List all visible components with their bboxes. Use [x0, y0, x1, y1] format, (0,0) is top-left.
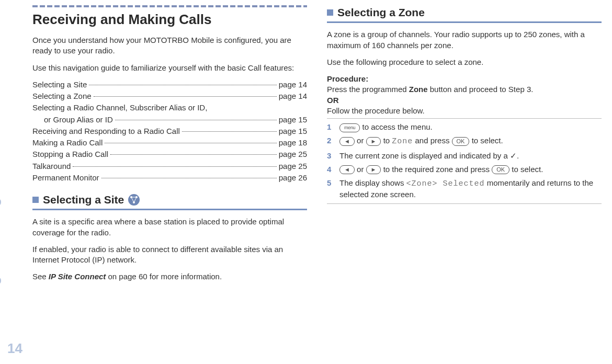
page-title: Receiving and Making Calls — [32, 10, 307, 29]
see-link-ip-site-connect[interactable]: IP Site Connect — [49, 272, 106, 281]
content-area: Receiving and Making Calls Once you unde… — [32, 5, 602, 289]
step-4: 4 ◄ or ► to the required zone and press … — [327, 164, 602, 175]
toc-leader — [101, 178, 277, 178]
zone-paragraph-2: Use the following procedure to select a … — [327, 57, 602, 67]
network-icon — [128, 194, 140, 206]
procedure-block: Procedure: Press the programmed Zone but… — [327, 74, 602, 116]
thin-rule — [327, 118, 602, 119]
see-suffix: on page 60 for more information. — [106, 272, 222, 281]
toc-entry-permanent-monitor[interactable]: Permanent Monitor page 26 — [32, 173, 307, 183]
left-key-icon: ◄ — [339, 137, 355, 146]
subheading-site-row: Selecting a Site — [32, 192, 307, 207]
section-square-icon — [327, 9, 333, 16]
toc-entry-making[interactable]: Making a Radio Call page 18 — [32, 138, 307, 148]
step-number: 3 — [327, 151, 334, 161]
toc-page: page 15 — [279, 126, 307, 136]
toc-leader — [115, 120, 277, 120]
toc-list: Selecting a Site page 14 Selecting a Zon… — [32, 79, 307, 183]
site-paragraph-1: A site is a specific area where a base s… — [32, 217, 307, 238]
toc-label: Talkaround — [32, 161, 71, 172]
procedure-or: OR — [327, 96, 339, 105]
procedure-line-2: Follow the procedure below. — [327, 106, 425, 115]
section-square-icon — [32, 197, 39, 203]
toc-page: page 25 — [279, 161, 307, 172]
toc-leader — [89, 85, 277, 85]
side-section-label: Receiving and Making Calls — [0, 162, 3, 340]
toc-entry-radio-channel[interactable]: Selecting a Radio Channel, Subscriber Al… — [32, 103, 307, 125]
step-body: menu to access the menu. — [339, 122, 602, 132]
right-key-icon: ► — [366, 137, 381, 146]
step-1-text: to access the menu. — [360, 122, 432, 131]
subheading-rule — [32, 209, 307, 210]
step-2-text-d: to select. — [469, 136, 503, 145]
right-key-icon: ► — [366, 165, 381, 174]
toc-label: Receiving and Responding to a Radio Call — [32, 126, 180, 136]
procedure-label: Procedure: — [327, 74, 368, 83]
toc-page: page 25 — [279, 149, 307, 160]
step-3-text-a: The current zone is displayed and indica… — [339, 151, 510, 160]
procedure-line-1a: Press the programmed — [327, 85, 409, 94]
step-number: 5 — [327, 178, 334, 188]
step-2-text-c: and press — [413, 136, 451, 145]
right-column: Selecting a Zone A zone is a group of ch… — [327, 5, 602, 289]
left-column: Receiving and Making Calls Once you unde… — [32, 5, 307, 289]
step-body: The current zone is displayed and indica… — [339, 151, 602, 161]
procedure-steps: 1 menu to access the menu. 2 ◄ or ► to Z… — [327, 122, 602, 200]
toc-page: page 15 — [279, 115, 307, 125]
step-2-zone-mono: Zone — [392, 137, 413, 146]
toc-page: page 26 — [279, 173, 307, 183]
intro-paragraph-1: Once you understand how your MOTOTRBO Mo… — [32, 35, 307, 56]
step-2-text-b: to — [381, 136, 392, 145]
left-key-icon: ◄ — [339, 165, 355, 174]
step-4-text-a: or — [355, 165, 366, 174]
intro-paragraph-2: Use this navigation guide to familiarize… — [32, 63, 307, 73]
toc-entry-receiving[interactable]: Receiving and Responding to a Radio Call… — [32, 126, 307, 136]
ok-key-icon: OK — [452, 137, 470, 146]
step-body: ◄ or ► to Zone and press OK to select. — [339, 135, 602, 147]
step-3-text-b: . — [517, 151, 519, 160]
dotted-rule — [32, 5, 307, 7]
step-1: 1 menu to access the menu. — [327, 122, 602, 132]
ok-key-icon: OK — [492, 165, 509, 174]
step-3: 3 The current zone is displayed and indi… — [327, 151, 602, 161]
toc-label: Selecting a Zone — [32, 91, 92, 101]
checkmark-icon: ✓ — [510, 151, 517, 160]
toc-entry-talkaround[interactable]: Talkaround page 25 — [32, 161, 307, 172]
toc-label: Stopping a Radio Call — [32, 149, 108, 160]
toc-page: page 14 — [279, 79, 307, 90]
toc-entry-stopping[interactable]: Stopping a Radio Call page 25 — [32, 149, 307, 160]
toc-label: Making a Radio Call — [32, 138, 103, 148]
step-number: 2 — [327, 135, 334, 146]
site-paragraph-2: If enabled, your radio is able to connec… — [32, 244, 307, 266]
procedure-zone-button: Zone — [409, 85, 428, 94]
menu-key-icon: menu — [339, 123, 360, 132]
subheading-zone: Selecting a Zone — [337, 5, 425, 20]
toc-entry-zone[interactable]: Selecting a Zone page 14 — [32, 91, 307, 101]
step-body: ◄ or ► to the required zone and press OK… — [339, 164, 602, 175]
step-4-text-b: to the required zone and press — [381, 165, 492, 174]
toc-leader — [73, 166, 276, 167]
toc-label: Selecting a Site — [32, 79, 87, 90]
see-prefix: See — [32, 272, 49, 281]
toc-page: page 14 — [279, 91, 307, 101]
step-body: The display shows <Zone> Selected moment… — [339, 178, 602, 200]
toc-sub-label: or Group Alias or ID — [44, 115, 113, 125]
zone-paragraph-1: A zone is a group of channels. Your radi… — [327, 29, 602, 51]
subheading-site: Selecting a Site — [43, 192, 124, 207]
procedure-line-1b: button and proceed to Step 3. — [428, 85, 534, 94]
thin-rule — [327, 203, 602, 204]
toc-leader — [182, 131, 277, 132]
toc-leader — [94, 96, 277, 97]
step-4-text-c: to select. — [509, 165, 543, 174]
step-5-text-a: The display shows — [339, 178, 406, 187]
subheading-rule — [327, 21, 602, 23]
step-2-text-a: or — [355, 136, 366, 145]
page-number: 14 — [7, 339, 22, 358]
step-number: 1 — [327, 122, 334, 132]
toc-entry-site[interactable]: Selecting a Site page 14 — [32, 79, 307, 90]
toc-label: Selecting a Radio Channel, Subscriber Al… — [32, 103, 207, 113]
toc-page: page 18 — [279, 138, 307, 148]
toc-leader — [110, 154, 277, 155]
toc-leader — [105, 143, 277, 143]
step-2: 2 ◄ or ► to Zone and press OK to select. — [327, 135, 602, 147]
